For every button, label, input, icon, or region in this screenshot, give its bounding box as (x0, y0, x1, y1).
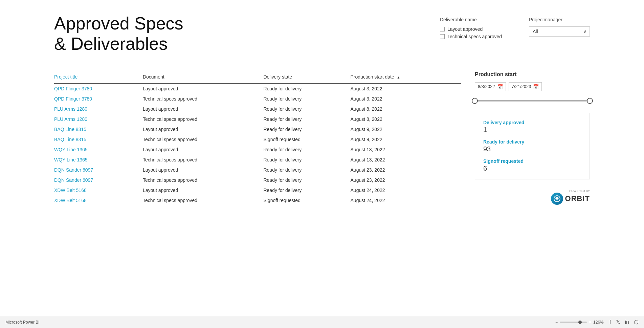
section-divider (54, 61, 590, 61)
table-cell-delivery-state: Ready for delivery (263, 124, 350, 134)
table-header: Project title Document Delivery state Pr… (54, 71, 461, 83)
table-cell-document: Technical specs approved (143, 175, 264, 185)
project-link[interactable]: DQN Sander 6097 (54, 167, 93, 173)
slider-thumb-left[interactable] (472, 98, 478, 104)
filters-area: Deliverable name Layout approved Technic… (440, 17, 590, 39)
table-cell-production-date: August 23, 2022 (351, 175, 461, 185)
table-cell-delivery-state: Ready for delivery (263, 175, 350, 185)
project-link[interactable]: XDW Belt 5168 (54, 198, 87, 203)
table-cell-project: PLU Arms 1280 (54, 114, 143, 124)
linkedin-icon[interactable]: in (625, 319, 629, 325)
table-cell-document: Layout approved (143, 83, 264, 94)
powered-by-text: POWERED BY (569, 190, 590, 193)
project-link[interactable]: WQY Line 1365 (54, 157, 88, 162)
stat-delivery-approved-value: 1 (483, 126, 581, 134)
project-link[interactable]: PLU Arms 1280 (54, 106, 87, 112)
table-cell-production-date: September 5, 2022 (351, 205, 461, 207)
slider-thumb-right[interactable] (587, 98, 593, 104)
table-cell-project: BAQ Line 8315 (54, 134, 143, 145)
projectmanager-dropdown-wrapper: All ∨ (529, 26, 590, 37)
data-table: Project title Document Delivery state Pr… (54, 71, 461, 207)
table-cell-production-date: August 23, 2022 (351, 165, 461, 175)
svg-point-1 (556, 198, 558, 200)
project-link[interactable]: XDW Belt 5168 (54, 188, 87, 193)
facebook-icon[interactable]: f (609, 319, 611, 325)
project-link[interactable]: PLU Arms 1280 (54, 116, 87, 122)
table-cell-project: XDW Belt 5168 (54, 195, 143, 205)
table-cell-project: DQN Sander 6097 (54, 165, 143, 175)
col-header-production-start-date[interactable]: Production start date ▲ (351, 71, 461, 83)
table-body: QPD Flinger 3780Layout approvedReady for… (54, 83, 461, 207)
share-icon[interactable]: ⬡ (634, 319, 639, 325)
col-header-document[interactable]: Document (143, 71, 264, 83)
project-link[interactable]: QPD Flinger 3780 (54, 96, 92, 102)
table-cell-project: QPD Flinger 3780 (54, 94, 143, 104)
zoom-minus-icon[interactable]: − (555, 320, 558, 325)
table-row: PLU Arms 1280Layout approvedReady for de… (54, 104, 461, 114)
table-cell-document: Technical specs approved (143, 134, 264, 145)
stat-signoff-requested-value: 6 (483, 165, 581, 172)
projectmanager-dropdown[interactable]: All (529, 26, 590, 37)
zoom-percent: 126% (593, 320, 605, 325)
table-cell-production-date: August 9, 2022 (351, 134, 461, 145)
table-cell-project: BLX Line 1492 (54, 205, 143, 207)
table-row: DQN Sander 6097Layout approvedReady for … (54, 165, 461, 175)
project-link[interactable]: BAQ Line 8315 (54, 137, 86, 142)
stat-delivery-approved-label: Delivery approved (483, 120, 581, 125)
table-cell-delivery-state: Signoff requested (263, 195, 350, 205)
table-cell-delivery-state: Ready for delivery (263, 104, 350, 114)
table-scroll-wrapper[interactable]: Project title Document Delivery state Pr… (54, 71, 461, 207)
table-cell-document: Layout approved (143, 205, 264, 207)
stat-signoff-requested-label: Signoff requested (483, 158, 581, 164)
checkbox-layout-approved[interactable]: Layout approved (440, 26, 502, 32)
table-cell-document: Technical specs approved (143, 114, 264, 124)
project-link[interactable]: BAQ Line 8315 (54, 127, 86, 132)
table-cell-delivery-state: Ready for delivery (263, 114, 350, 124)
zoom-track[interactable] (560, 322, 587, 323)
header-section: Approved Specs & Deliverables Deliverabl… (54, 14, 590, 54)
col-header-project-title[interactable]: Project title (54, 71, 143, 83)
deliverable-name-label: Deliverable name (440, 17, 502, 22)
table-cell-document: Technical specs approved (143, 94, 264, 104)
table-row: BLX Line 1492Layout approvedReady for de… (54, 205, 461, 207)
table-cell-production-date: August 3, 2022 (351, 83, 461, 94)
table-cell-project: DQN Sander 6097 (54, 175, 143, 185)
date-to-input[interactable]: 7/21/2023 📅 (509, 82, 542, 91)
table-cell-production-date: August 24, 2022 (351, 195, 461, 205)
col-header-delivery-state[interactable]: Delivery state (263, 71, 350, 83)
table-cell-delivery-state: Ready for delivery (263, 205, 350, 207)
checkbox-technical-specs-approved[interactable]: Technical specs approved (440, 34, 502, 39)
stat-signoff-requested: Signoff requested 6 (483, 158, 581, 172)
orbit-logo: POWERED BY ORBIT (551, 190, 590, 205)
date-from-input[interactable]: 8/3/2022 📅 (475, 82, 506, 91)
project-link[interactable]: DQN Sander 6097 (54, 177, 93, 183)
table-cell-document: Layout approved (143, 104, 264, 114)
project-link[interactable]: WQY Line 1365 (54, 147, 88, 152)
orbit-branding: POWERED BY ORBIT (475, 190, 590, 205)
table-cell-document: Technical specs approved (143, 155, 264, 165)
table-row: XDW Belt 5168Technical specs approvedSig… (54, 195, 461, 205)
table-row: WQY Line 1365Technical specs approvedRea… (54, 155, 461, 165)
zoom-bar: − + 126% (555, 320, 605, 325)
table-cell-project: WQY Line 1365 (54, 145, 143, 155)
table-row: BAQ Line 8315Technical specs approvedSig… (54, 134, 461, 145)
table-cell-production-date: August 24, 2022 (351, 185, 461, 195)
twitter-icon[interactable]: 𝕏 (616, 319, 620, 325)
table-row: XDW Belt 5168Layout approvedReady for de… (54, 185, 461, 195)
date-from-value: 8/3/2022 (478, 84, 495, 89)
sort-icon: ▲ (397, 75, 400, 79)
production-start-label: Production start (475, 71, 590, 78)
stat-ready-for-delivery: Ready for delivery 93 (483, 139, 581, 153)
checkbox-technical-specs-approved-input[interactable] (440, 34, 445, 39)
orbit-logo-icon (551, 193, 563, 205)
checkbox-layout-approved-input[interactable] (440, 27, 445, 31)
table-cell-project: QPD Flinger 3780 (54, 83, 143, 94)
project-link[interactable]: QPD Flinger 3780 (54, 86, 92, 91)
table-section: Project title Document Delivery state Pr… (54, 71, 461, 207)
orbit-name: ORBIT (565, 194, 590, 203)
table-cell-project: BAQ Line 8315 (54, 124, 143, 134)
right-panel: Production start 8/3/2022 📅 7/21/2023 📅 (475, 71, 590, 207)
date-range-slider[interactable] (475, 96, 590, 106)
zoom-plus-icon[interactable]: + (589, 320, 591, 325)
table-cell-project: PLU Arms 1280 (54, 104, 143, 114)
